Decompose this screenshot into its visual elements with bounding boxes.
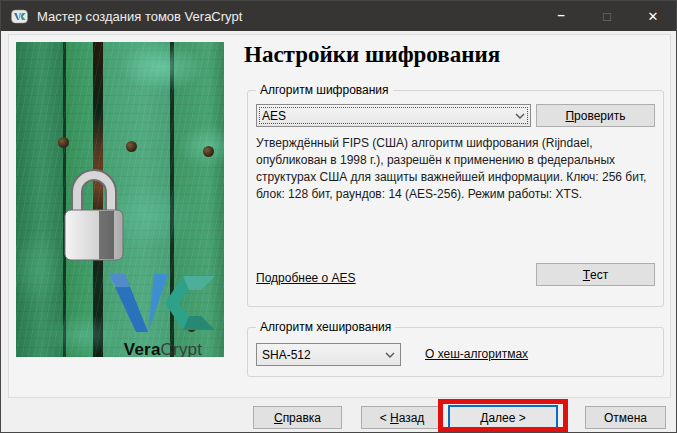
veracrypt-logo: VeraCrypt: [104, 272, 222, 357]
next-button[interactable]: Далее >: [448, 405, 558, 430]
veracrypt-monogram-icon: [107, 272, 219, 334]
minimize-button[interactable]: –: [538, 1, 584, 31]
padlock-icon: [63, 160, 125, 262]
maximize-button: □: [584, 1, 630, 31]
window-controls: – □ ✕: [538, 1, 676, 31]
door-lock-image: VeraCrypt: [16, 42, 224, 357]
encryption-algorithm-value: AES: [257, 109, 510, 123]
hash-group-label: Алгоритм хеширования: [256, 320, 395, 334]
back-button[interactable]: < Назад: [361, 406, 443, 429]
hash-algorithms-link[interactable]: О хеш-алгоритмах: [425, 347, 528, 361]
encryption-algorithm-group: Алгоритм шифрования AES Проверить Утверж…: [247, 90, 664, 307]
cancel-button[interactable]: Отмена: [585, 406, 666, 429]
nail: [126, 141, 137, 152]
chevron-down-icon[interactable]: [380, 352, 400, 358]
help-button[interactable]: Справка: [253, 406, 342, 429]
nail: [203, 146, 214, 157]
veracrypt-wizard-window: Мастер создания томов VeraCrypt – □ ✕: [0, 0, 677, 433]
content-frame: VeraCrypt Настройки шифрования Алгоритм …: [8, 34, 671, 398]
window-title: Мастер создания томов VeraCrypt: [37, 9, 242, 24]
chevron-down-icon[interactable]: [510, 113, 530, 119]
nail: [58, 137, 69, 148]
test-button[interactable]: Тест: [536, 263, 655, 286]
hash-algorithm-group: Алгоритм хеширования SHA-512 О хеш-алгор…: [247, 327, 664, 377]
hash-algorithm-value: SHA-512: [257, 348, 380, 362]
titlebar: Мастер создания томов VeraCrypt – □ ✕: [1, 1, 676, 31]
veracrypt-wordmark: VeraCrypt: [104, 340, 222, 357]
encryption-algorithm-select[interactable]: AES: [256, 104, 531, 127]
hash-algorithm-select[interactable]: SHA-512: [256, 343, 401, 366]
page-title: Настройки шифрования: [244, 42, 500, 68]
veracrypt-app-icon: [11, 8, 28, 25]
algorithm-description: Утверждённый FIPS (США) алгоритм шифрова…: [256, 135, 657, 203]
close-button[interactable]: ✕: [630, 1, 676, 31]
encryption-group-label: Алгоритм шифрования: [256, 83, 393, 97]
verify-button[interactable]: Проверить: [536, 104, 655, 127]
more-about-aes-link[interactable]: Подробнее о AES: [256, 271, 356, 285]
